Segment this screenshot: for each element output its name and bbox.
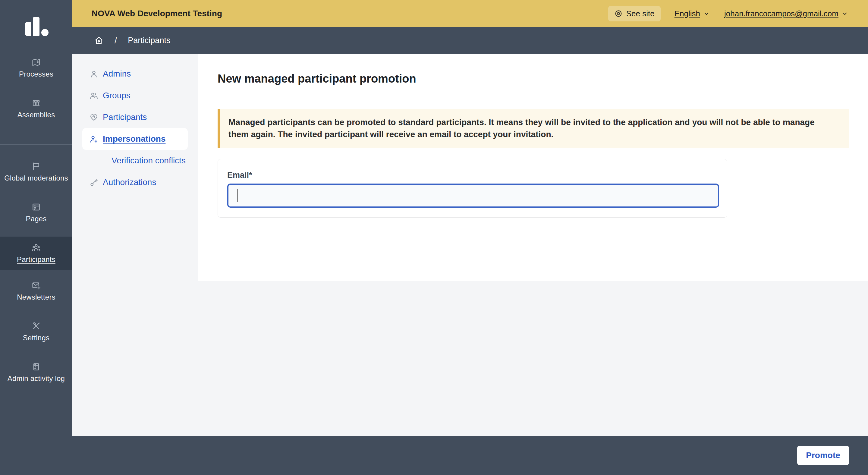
email-label: Email*: [227, 170, 718, 180]
promote-button[interactable]: Promote: [797, 446, 849, 465]
admin-app: Processes Assemblies Global moderations: [0, 0, 868, 475]
language-label: English: [675, 9, 700, 19]
breadcrumb-current[interactable]: Participants: [128, 36, 170, 45]
sidebar-item-label: Participants: [17, 255, 56, 264]
sidebar-item-label: Admin activity log: [7, 374, 65, 383]
title-divider: [218, 94, 849, 94]
person-add-icon: [89, 134, 98, 144]
logo-dot: [41, 29, 49, 36]
group-icon: [89, 91, 98, 100]
primary-menu: Processes Assemblies Global moderations: [0, 51, 72, 396]
callout-text: Managed participants can be promoted to …: [228, 116, 834, 140]
heart-icon: [89, 113, 98, 122]
info-callout: Managed participants can be promoted to …: [218, 109, 849, 148]
logo-bar-tall: [33, 17, 39, 36]
subnav-item-verification-conflicts[interactable]: Verification conflicts: [72, 150, 198, 171]
page-title: New managed participant promotion: [218, 72, 849, 85]
subnav-item-label: Admins: [103, 69, 131, 79]
sidebar-item-label: Global moderations: [4, 174, 68, 182]
subnav-item-participants[interactable]: Participants: [72, 106, 198, 128]
subnav-item-impersonations[interactable]: Impersonations: [82, 128, 188, 150]
activity-log-icon: [31, 362, 41, 372]
sidebar-divider: [0, 144, 72, 145]
chevron-down-icon: [703, 10, 710, 18]
flag-icon: [31, 162, 41, 171]
see-site-icon: [614, 9, 623, 18]
organization-name: NOVA Web Development Testing: [92, 9, 222, 19]
email-field-wrap: [227, 184, 719, 208]
sidebar-item-newsletters[interactable]: Newsletters: [0, 274, 72, 308]
sidebar-item-label: Assemblies: [18, 110, 55, 119]
breadcrumb-separator: /: [115, 35, 117, 45]
chevron-down-icon: [841, 10, 849, 18]
team-icon: [31, 243, 41, 253]
sidebar-item-label: Pages: [26, 215, 46, 223]
content-area: Admins Groups Participants: [72, 54, 868, 436]
subnav-item-label: Participants: [103, 113, 147, 122]
email-field[interactable]: [227, 184, 719, 208]
sidebar-item-processes[interactable]: Processes: [0, 51, 72, 85]
sidebar-item-global-moderations[interactable]: Global moderations: [0, 155, 72, 188]
sidebar-item-label: Settings: [23, 334, 50, 342]
sidebar-item-assemblies[interactable]: Assemblies: [0, 92, 72, 125]
subnav-item-label: Authorizations: [103, 178, 156, 187]
see-site-button[interactable]: See site: [608, 6, 661, 22]
breadcrumb: / Participants: [72, 27, 868, 54]
subnav-item-admins[interactable]: Admins: [72, 63, 198, 85]
home-icon[interactable]: [94, 36, 104, 45]
form-actions-footer: Promote: [0, 436, 868, 475]
primary-sidebar: Processes Assemblies Global moderations: [0, 0, 72, 436]
mail-add-icon: [31, 281, 41, 290]
subnav-item-label: Groups: [103, 91, 130, 100]
sidebar-item-participants[interactable]: Participants: [0, 236, 72, 270]
tools-icon: [31, 321, 41, 331]
user-menu-dropdown[interactable]: johan.francocampos@gmail.com: [724, 9, 849, 19]
secondary-sidebar: Admins Groups Participants: [72, 54, 198, 281]
text-cursor: [238, 189, 238, 202]
topbar-right: See site English johan.francocampos@gmai…: [608, 6, 849, 22]
map-icon: [31, 58, 41, 67]
key-icon: [89, 178, 98, 187]
user-email: johan.francocampos@gmail.com: [724, 9, 838, 19]
subnav-item-authorizations[interactable]: Authorizations: [72, 171, 198, 193]
sidebar-item-label: Newsletters: [17, 293, 56, 302]
subnav-item-label: Verification conflicts: [112, 156, 186, 165]
building-icon: [31, 98, 41, 108]
subnav-item-groups[interactable]: Groups: [72, 85, 198, 106]
page-icon: [31, 202, 41, 212]
main-panel: New managed participant promotion Manage…: [198, 54, 868, 281]
sidebar-item-label: Processes: [19, 70, 53, 78]
language-dropdown[interactable]: English: [675, 9, 710, 19]
subnav-item-label: Impersonations: [103, 134, 165, 144]
see-site-label: See site: [626, 9, 655, 19]
person-icon: [89, 69, 98, 79]
decidim-logo[interactable]: [0, 15, 72, 39]
sidebar-item-pages[interactable]: Pages: [0, 196, 72, 229]
topbar: NOVA Web Development Testing See site En…: [72, 0, 868, 27]
promotion-form-card: Email*: [218, 159, 727, 218]
sidebar-item-settings[interactable]: Settings: [0, 315, 72, 348]
logo-bar-short: [25, 22, 31, 36]
sidebar-item-admin-activity-log[interactable]: Admin activity log: [0, 356, 72, 389]
